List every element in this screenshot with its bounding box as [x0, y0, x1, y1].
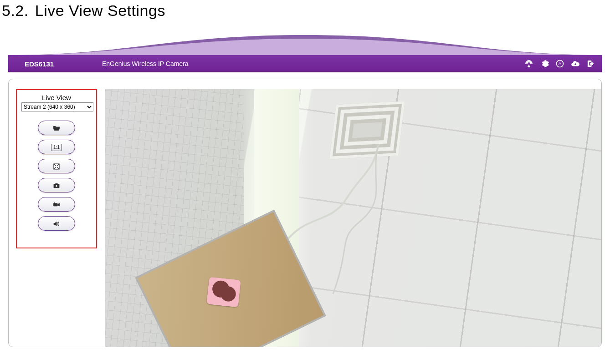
camera-web-ui: EDS6131 EnGenius Wireless IP Camera A [8, 33, 602, 347]
header-swoosh [8, 33, 602, 55]
open-folder-button[interactable] [38, 121, 75, 135]
svg-point-4 [54, 202, 55, 203]
actual-size-button[interactable]: 1:1 [38, 140, 75, 154]
live-view-title: Live View [21, 94, 92, 101]
snapshot-button[interactable] [38, 178, 75, 192]
gear-icon[interactable] [540, 59, 549, 68]
product-name: EnGenius Wireless IP Camera [102, 60, 189, 67]
section-number: 5.2. [2, 2, 29, 19]
svg-point-2 [56, 185, 58, 187]
svg-rect-3 [53, 203, 57, 206]
auto-mode-icon[interactable]: A [555, 59, 564, 68]
content-panel: Live View Stream 2 (640 x 360) 1:1 [8, 79, 602, 347]
live-view-controls: Live View Stream 2 (640 x 360) 1:1 [16, 89, 97, 248]
audio-button[interactable] [38, 216, 75, 231]
logout-icon[interactable] [586, 59, 595, 68]
section-title: Live View Settings [35, 2, 165, 19]
header-bar: EDS6131 EnGenius Wireless IP Camera A [8, 55, 602, 72]
ratio-1-1-icon: 1:1 [51, 144, 62, 151]
svg-text:A: A [559, 61, 562, 66]
video-bg-sticker [206, 277, 241, 308]
camera-icon[interactable] [524, 59, 533, 68]
live-video-viewport[interactable] [105, 89, 601, 347]
section-heading: 5.2.Live View Settings [2, 2, 610, 20]
model-label: EDS6131 [25, 60, 102, 68]
fullscreen-button[interactable] [38, 159, 75, 173]
cloud-download-icon[interactable] [571, 59, 580, 68]
video-bg-ceiling-vent [329, 101, 405, 159]
record-button[interactable] [38, 197, 75, 212]
stream-select[interactable]: Stream 2 (640 x 360) [21, 102, 93, 111]
